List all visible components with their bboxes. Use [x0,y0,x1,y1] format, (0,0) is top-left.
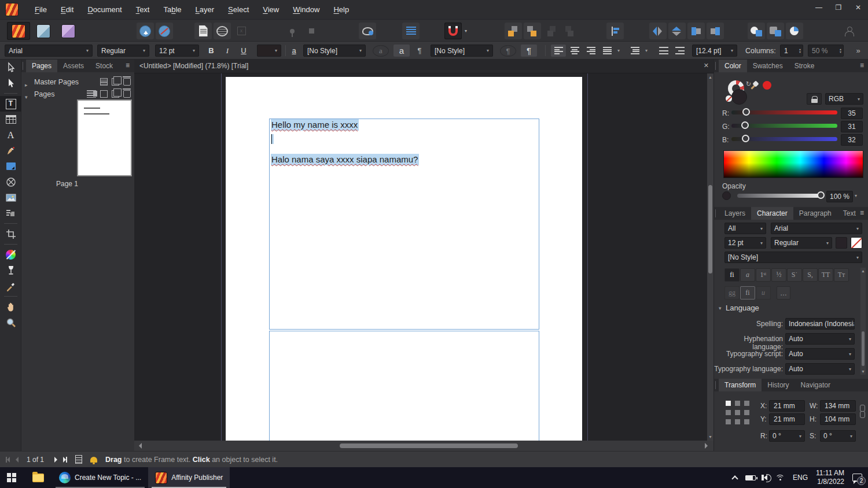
panel-scrollbar[interactable]: ▲ ▼ [860,268,866,375]
clock[interactable]: 11:11 AM 1/8/2022 [816,469,844,486]
menu-window[interactable]: Window [286,0,326,19]
notification-bell-icon[interactable] [90,457,97,463]
range-select[interactable]: All [724,223,766,234]
menu-edit[interactable]: Edit [54,0,80,19]
designer-persona-button[interactable] [32,22,55,40]
text-frame-2[interactable] [269,331,539,441]
typography-script-select[interactable]: Auto [785,348,855,360]
input-language[interactable]: ENG [793,474,808,482]
align-center-button[interactable] [567,45,582,57]
scroll-up-icon[interactable]: ▲ [708,75,712,79]
window-minimize-button[interactable]: — [809,0,829,15]
next-page-button[interactable] [54,457,57,463]
rotation-select[interactable]: 0 ° [769,430,805,442]
picture-frame-ellipse-tool[interactable] [0,174,21,190]
r-slider-knob[interactable] [742,108,750,116]
show-paragraph-button[interactable]: ¶ [521,45,537,57]
opacity-value[interactable]: 100 % [826,191,853,202]
node-tool[interactable] [0,75,21,91]
pages-settings-button[interactable] [194,23,212,39]
add-page-icon[interactable] [100,90,108,98]
volume-icon[interactable] [764,475,767,480]
anchor-point-selector[interactable] [726,401,749,424]
wifi-icon[interactable] [775,475,785,480]
panel-grip[interactable] [715,62,716,70]
menu-select[interactable]: Select [221,0,256,19]
insert-on-top-button[interactable] [786,23,803,39]
move-forward-button[interactable] [524,23,541,39]
opacity-slider-knob[interactable] [817,191,825,199]
underline-button[interactable]: U [236,45,251,57]
h-field[interactable]: 104 mm [820,413,856,425]
link-dimensions-icon[interactable] [860,405,864,417]
panel-grip[interactable] [715,381,716,389]
w-field[interactable]: 134 mm [820,400,856,412]
tab-stock[interactable]: Stock [90,60,119,72]
text-frame-1[interactable]: Hello my name is xxxx Halo nama saya xxx… [269,119,539,330]
last-page-button[interactable] [63,457,67,463]
duplicate-master-icon[interactable] [112,78,119,86]
action-center-icon[interactable]: 2 [852,474,862,482]
r-value[interactable]: 35 [841,108,863,119]
subscript-toggle[interactable]: S, [803,268,818,282]
typography-language-select[interactable]: Auto [785,363,855,375]
b-value[interactable]: 32 [841,134,863,146]
menu-layer[interactable]: Layer [189,0,222,19]
tab-assets[interactable]: Assets [57,60,90,72]
color-spectrum[interactable] [723,150,863,178]
snapping-button[interactable] [444,23,462,39]
char-size-select[interactable]: 12 pt [724,237,766,249]
tab-pages[interactable]: Pages [26,60,57,72]
picture-frame-tool[interactable] [0,190,21,205]
snapping-dropdown-arrow[interactable]: ▾ [465,28,467,34]
align-left-button[interactable] [551,45,566,57]
start-button[interactable] [7,473,16,482]
toolbar-overflow-button[interactable]: » [852,45,865,57]
vertical-scrollbar[interactable]: ▲ ▼ [707,73,713,441]
char-stroke-swatch[interactable] [851,237,862,249]
update-character-style-button[interactable]: a [373,45,389,57]
preflight-icon[interactable] [75,455,82,464]
first-page-button[interactable] [6,457,10,463]
b-slider[interactable] [731,137,837,141]
picked-color-swatch[interactable] [763,81,771,90]
scroll-left-icon[interactable] [139,443,142,449]
artistic-text-tool[interactable]: A [0,127,21,143]
panel-grip[interactable] [715,209,716,217]
master-page-icon[interactable] [100,78,108,86]
document-tab-title[interactable]: <Untitled> [Modified] (71.8%) [Trial] [139,62,248,70]
g-slider[interactable] [731,124,837,128]
tab-layers[interactable]: Layers [719,207,751,220]
spelling-select[interactable]: Indonesian (Indonesia [785,318,855,330]
flip-vertical-button[interactable] [668,23,686,39]
text-wrap-button[interactable] [214,23,231,39]
flip-horizontal-button[interactable] [649,23,667,39]
canvas[interactable]: Hello my name is xxxx Halo nama saya xxx… [134,73,713,441]
tab-history[interactable]: History [762,379,795,391]
opacity-swatch[interactable] [722,191,731,200]
tab-navigator[interactable]: Navigator [795,379,836,391]
italic-button[interactable]: I [220,45,235,57]
window-close-button[interactable]: ✕ [848,0,868,15]
char-text-style-select[interactable]: [No Style] [724,252,862,263]
document-tab-close-icon[interactable]: ✕ [704,62,709,69]
frame-text-tool[interactable]: T [0,96,21,112]
menu-table[interactable]: Table [156,0,188,19]
ignore-wrap-button[interactable]: x [233,23,250,39]
opacity-dropdown-arrow[interactable]: ▾ [855,193,857,198]
indent-dropdown-arrow[interactable]: ▾ [642,45,650,57]
ligatures-toggle[interactable]: fi [724,268,740,282]
no-color-swatch[interactable] [726,95,732,102]
align-right-button[interactable] [583,45,598,57]
rotate-ccw-button[interactable] [687,23,705,39]
paragraph-style-select[interactable]: [No Style] [431,45,493,57]
font-family-select[interactable]: Arial [5,45,93,57]
uppercase-toggle[interactable]: TT [818,268,833,282]
delete-master-icon[interactable] [123,78,131,86]
tab-paragraph[interactable]: Paragraph [793,207,837,220]
smallcaps-toggle[interactable]: Tᴛ [834,268,849,282]
pen-tool[interactable] [0,143,21,158]
menu-view[interactable]: View [256,0,286,19]
previous-page-button[interactable] [16,457,19,463]
photo-persona-button[interactable] [57,22,80,40]
